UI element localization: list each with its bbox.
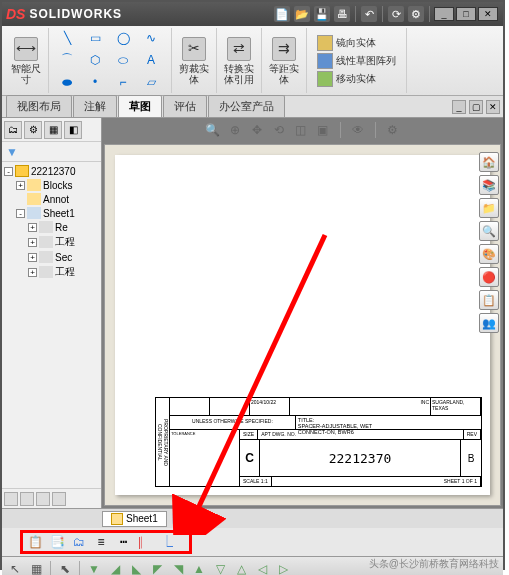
save-icon[interactable]: 💾 (314, 6, 330, 22)
appearance-icon[interactable]: 🔴 (479, 267, 499, 287)
filter-10-icon[interactable]: ▷ (274, 560, 292, 576)
point-tool-icon[interactable]: • (83, 73, 107, 91)
new-icon[interactable]: 📄 (274, 6, 290, 22)
cursor-icon[interactable]: ⬉ (56, 560, 74, 576)
property-icon[interactable]: 📋 (479, 290, 499, 310)
layer-icon[interactable]: 📑 (47, 533, 67, 551)
hide-show-icon[interactable]: 👁 (349, 121, 367, 139)
plane-tool-icon[interactable]: ▱ (139, 73, 163, 91)
tab-evaluate[interactable]: 评估 (163, 95, 207, 117)
filter-8-icon[interactable]: △ (232, 560, 250, 576)
work-area: 🗂 ⚙ ▦ ◧ ▼ -22212370 +Blocks Annot -Sheet… (2, 118, 503, 508)
slot-tool-icon[interactable]: ⬬ (55, 73, 79, 91)
text-tool-icon[interactable]: A (139, 51, 163, 69)
undo-icon[interactable]: ↶ (361, 6, 377, 22)
tab-view-layout[interactable]: 视图布局 (6, 95, 72, 117)
trim-button[interactable]: ✂ 剪裁实体 (176, 36, 212, 86)
filter-4-icon[interactable]: ◤ (148, 560, 166, 576)
line-color-icon[interactable]: |⎸ (135, 533, 155, 551)
rebuild-icon[interactable]: ⟳ (388, 6, 404, 22)
home-icon[interactable]: 🏠 (479, 152, 499, 172)
arc-tool-icon[interactable]: ⌒ (55, 51, 79, 69)
print-icon[interactable]: 🖶 (334, 6, 350, 22)
nav-next-icon[interactable] (36, 492, 50, 506)
title-block: PROPRIETARY AND CONFIDENTIAL 2014/10/22 … (155, 397, 482, 487)
child-min-button[interactable]: _ (452, 100, 466, 114)
section-icon[interactable]: ◫ (292, 121, 310, 139)
search-icon[interactable]: 🔍 (479, 221, 499, 241)
expand-icon[interactable]: + (28, 253, 37, 262)
nav-last-icon[interactable] (52, 492, 66, 506)
filter-9-icon[interactable]: ◁ (253, 560, 271, 576)
layer-props-icon[interactable]: 📋 (25, 533, 45, 551)
tab-annotation[interactable]: 注解 (73, 95, 117, 117)
expand-icon[interactable]: + (16, 181, 25, 190)
convert-button[interactable]: ⇄ 转换实体引用 (221, 36, 257, 86)
grid-icon[interactable]: ▦ (27, 560, 45, 576)
tree-tab-4-icon[interactable]: ◧ (64, 121, 82, 139)
scale-field: SCALE 1:1 (240, 477, 272, 486)
zoom-area-icon[interactable]: ⊕ (226, 121, 244, 139)
child-max-button[interactable]: ▢ (469, 100, 483, 114)
close-button[interactable]: ✕ (478, 7, 498, 21)
child-close-button[interactable]: ✕ (486, 100, 500, 114)
options-icon[interactable]: ⚙ (408, 6, 424, 22)
spline-tool-icon[interactable]: ∿ (139, 29, 163, 47)
open-icon[interactable]: 📂 (294, 6, 310, 22)
offset-button[interactable]: ⇉ 等距实体 (266, 36, 302, 86)
add-sheet-icon[interactable]: 📄 (171, 513, 183, 524)
confidential-label: PROPRIETARY AND CONFIDENTIAL (156, 398, 170, 486)
move-button[interactable]: 移动实体 (317, 71, 396, 87)
explorer-icon[interactable]: 📁 (479, 198, 499, 218)
expand-icon[interactable]: + (28, 268, 37, 277)
select-icon[interactable]: ↖ (6, 560, 24, 576)
line-end-icon[interactable]: ⎿ (157, 533, 177, 551)
view-settings-icon[interactable]: ⚙ (384, 121, 402, 139)
polygon-tool-icon[interactable]: ⬡ (83, 51, 107, 69)
filter-face-icon[interactable]: ◣ (127, 560, 145, 576)
expand-icon[interactable]: + (28, 238, 37, 247)
nav-prev-icon[interactable] (20, 492, 34, 506)
expand-icon[interactable]: - (16, 209, 25, 218)
layer-manager-icon[interactable]: 🗂 (69, 533, 89, 551)
nav-first-icon[interactable] (4, 492, 18, 506)
library-icon[interactable]: 📚 (479, 175, 499, 195)
tab-office[interactable]: 办公室产品 (208, 95, 285, 117)
pan-icon[interactable]: ✥ (248, 121, 266, 139)
smart-dimension-group: ⟷ 智能尺寸 (4, 28, 49, 93)
filter-5-icon[interactable]: ◥ (169, 560, 187, 576)
rect-tool-icon[interactable]: ▭ (83, 29, 107, 47)
fillet-tool-icon[interactable]: ⌐ (111, 73, 135, 91)
tree-tab-3-icon[interactable]: ▦ (44, 121, 62, 139)
expand-icon[interactable]: - (4, 167, 13, 176)
mirror-button[interactable]: 镜向实体 (317, 35, 396, 51)
maximize-button[interactable]: □ (456, 7, 476, 21)
drawing-canvas[interactable]: PROPRIETARY AND CONFIDENTIAL 2014/10/22 … (104, 144, 501, 506)
rotate-icon[interactable]: ⟲ (270, 121, 288, 139)
circle-tool-icon[interactable]: ◯ (111, 29, 135, 47)
line-weight-icon[interactable]: ≡ (91, 533, 111, 551)
tree-tab-2-icon[interactable]: ⚙ (24, 121, 42, 139)
smart-dimension-button[interactable]: ⟷ 智能尺寸 (8, 36, 44, 86)
expand-icon[interactable]: + (28, 223, 37, 232)
tab-sketch[interactable]: 草图 (118, 95, 162, 117)
ellipse-tool-icon[interactable]: ⬭ (111, 51, 135, 69)
forum-icon[interactable]: 👥 (479, 313, 499, 333)
line-style-icon[interactable]: ┅ (113, 533, 133, 551)
display-icon[interactable]: ▣ (314, 121, 332, 139)
line-tool-icon[interactable]: ╲ (55, 29, 79, 47)
sheet-tab[interactable]: Sheet1 (102, 511, 167, 527)
filter-7-icon[interactable]: ▽ (211, 560, 229, 576)
minimize-button[interactable]: _ (434, 7, 454, 21)
palette-icon[interactable]: 🎨 (479, 244, 499, 264)
move-label: 移动实体 (336, 72, 376, 86)
feature-tree[interactable]: -22212370 +Blocks Annot -Sheet1 +Re +工程 … (2, 162, 101, 488)
pattern-button[interactable]: 线性草图阵列 (317, 53, 396, 69)
filter-6-icon[interactable]: ▲ (190, 560, 208, 576)
app-brand: SOLIDWORKS (29, 7, 272, 21)
zoom-fit-icon[interactable]: 🔍 (204, 121, 222, 139)
filter-edge-icon[interactable]: ◢ (106, 560, 124, 576)
filter-vertex-icon[interactable]: ▼ (85, 560, 103, 576)
tree-tab-1-icon[interactable]: 🗂 (4, 121, 22, 139)
filter-icon[interactable]: ▼ (4, 144, 20, 160)
